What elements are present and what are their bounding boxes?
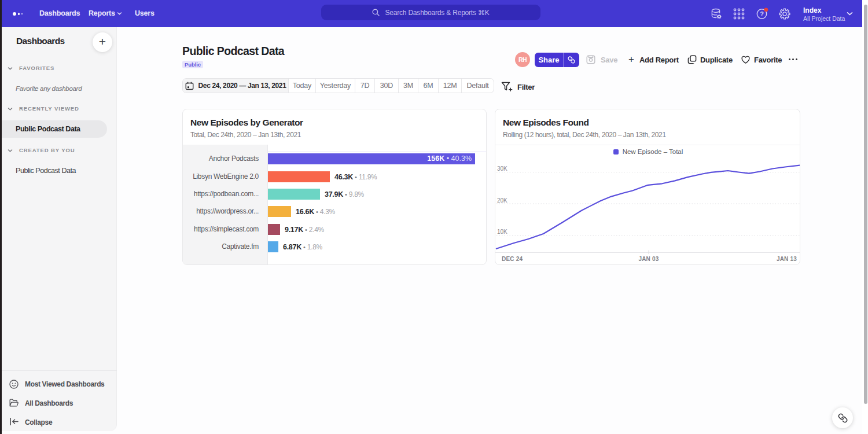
svg-text:30K: 30K bbox=[497, 165, 507, 172]
svg-text:10K: 10K bbox=[497, 229, 507, 235]
svg-text:20K: 20K bbox=[497, 197, 507, 204]
svg-text:DEC 24: DEC 24 bbox=[502, 256, 523, 262]
svg-text:?: ? bbox=[760, 10, 764, 17]
svg-text:JAN 03: JAN 03 bbox=[638, 256, 659, 262]
svg-text:JAN 13: JAN 13 bbox=[777, 256, 797, 262]
